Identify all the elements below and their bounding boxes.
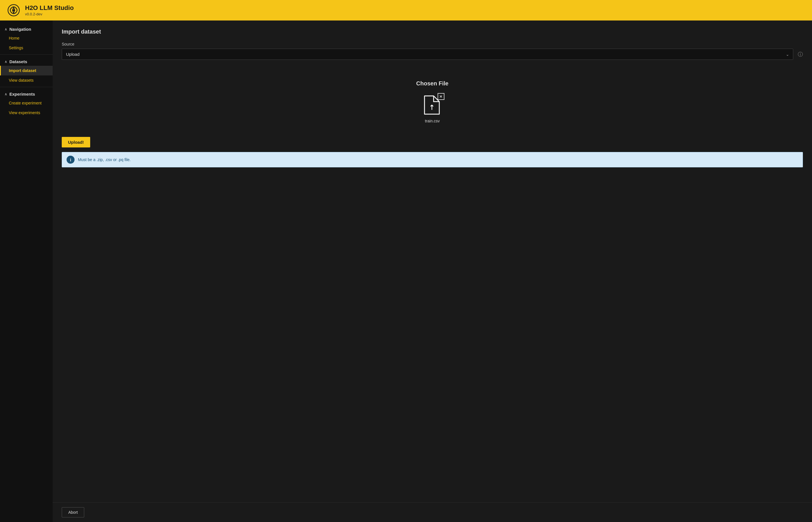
sidebar-item-view-experiments[interactable]: View experiments <box>0 108 53 118</box>
source-row: UploadS3Local ⌄ ⓘ <box>62 49 803 60</box>
sidebar-section-navigation-label: Navigation <box>9 27 31 32</box>
info-banner-text: Must be a .zip, .csv or .pq file. <box>78 157 131 162</box>
sidebar-section-datasets[interactable]: ∧ Datasets <box>0 56 53 66</box>
header-title-group: H2O LLM Studio v0.0.2-dev <box>25 4 74 16</box>
body-layout: ∧ Navigation Home Settings ∧ Datasets Im… <box>0 20 812 522</box>
chevron-experiments-icon: ∧ <box>4 92 7 96</box>
sidebar-section-experiments[interactable]: ∧ Experiments <box>0 89 53 98</box>
file-icon-wrapper: ✕ <box>422 95 443 115</box>
sidebar-section-experiments-label: Experiments <box>9 92 35 97</box>
app-header: H2O LLM Studio v0.0.2-dev <box>0 0 812 20</box>
sidebar-section-datasets-label: Datasets <box>9 59 27 64</box>
sidebar: ∧ Navigation Home Settings ∧ Datasets Im… <box>0 20 53 522</box>
sidebar-item-import-dataset[interactable]: Import dataset <box>0 66 53 76</box>
file-remove-button[interactable]: ✕ <box>438 93 444 100</box>
source-section: Source UploadS3Local ⌄ ⓘ <box>62 42 803 60</box>
content-footer: Abort <box>53 502 812 522</box>
main-content: Import dataset Source UploadS3Local ⌄ ⓘ … <box>53 20 812 522</box>
app-version: v0.0.2-dev <box>25 12 74 16</box>
sidebar-item-create-experiment[interactable]: Create experiment <box>0 98 53 108</box>
chosen-file-title: Chosen File <box>416 80 449 87</box>
source-info-icon[interactable]: ⓘ <box>798 51 803 58</box>
sidebar-item-home[interactable]: Home <box>0 33 53 43</box>
info-banner: i Must be a .zip, .csv or .pq file. <box>62 152 803 167</box>
chosen-file-area: Chosen File ✕ train.csv <box>62 66 803 137</box>
sidebar-item-view-datasets[interactable]: View datasets <box>0 76 53 85</box>
upload-button[interactable]: Upload! <box>62 137 90 147</box>
app-title: H2O LLM Studio <box>25 4 74 12</box>
info-banner-icon: i <box>67 156 75 164</box>
source-select-wrapper: UploadS3Local ⌄ <box>62 49 793 60</box>
sidebar-item-settings[interactable]: Settings <box>0 43 53 53</box>
sidebar-divider-1 <box>0 54 53 55</box>
sidebar-divider-2 <box>0 87 53 87</box>
content-area: Import dataset Source UploadS3Local ⌄ ⓘ … <box>53 20 812 502</box>
page-title: Import dataset <box>62 28 803 35</box>
app-logo <box>7 3 20 17</box>
source-select[interactable]: UploadS3Local <box>62 49 793 60</box>
svg-point-1 <box>13 9 15 11</box>
file-name: train.csv <box>425 119 440 123</box>
abort-button[interactable]: Abort <box>62 507 84 518</box>
chevron-navigation-icon: ∧ <box>4 27 7 31</box>
chevron-datasets-icon: ∧ <box>4 60 7 64</box>
sidebar-section-navigation[interactable]: ∧ Navigation <box>0 24 53 33</box>
source-label: Source <box>62 42 803 46</box>
